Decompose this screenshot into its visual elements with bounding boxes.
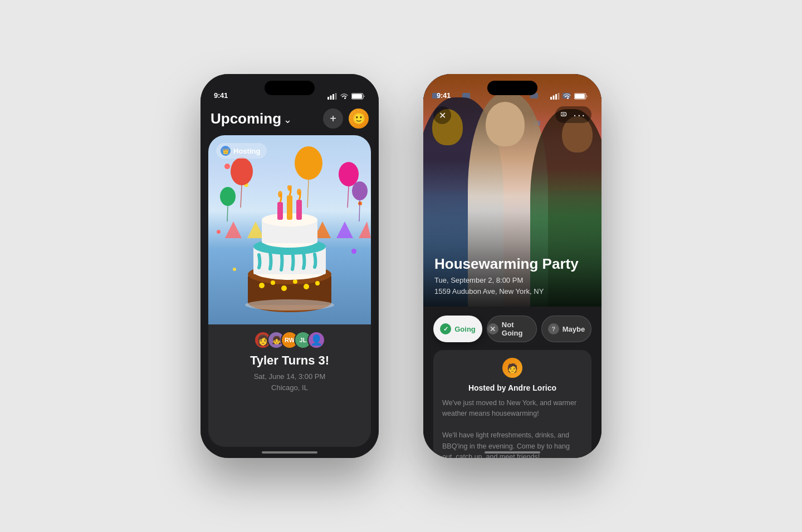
hero-event-title: Housewarming Party bbox=[434, 255, 590, 273]
svg-rect-52 bbox=[563, 114, 565, 115]
attendee-avatar: 👤 bbox=[307, 331, 325, 349]
check-icon: ✓ bbox=[440, 323, 451, 334]
svg-point-27 bbox=[271, 280, 275, 285]
not-going-button[interactable]: ✕ Not Going bbox=[487, 316, 537, 342]
svg-rect-38 bbox=[277, 202, 283, 220]
svg-point-12 bbox=[220, 187, 236, 206]
svg-rect-0 bbox=[327, 97, 329, 100]
not-going-label: Not Going bbox=[502, 321, 536, 337]
signal-icon bbox=[327, 93, 337, 100]
svg-point-31 bbox=[315, 281, 320, 285]
options-icon: ··· bbox=[573, 109, 586, 120]
profile-avatar[interactable]: 🙂 bbox=[349, 109, 369, 129]
event-hero-info: Housewarming Party Tue, September 2, 8:0… bbox=[434, 255, 590, 297]
add-button[interactable]: + bbox=[323, 109, 343, 129]
svg-rect-47 bbox=[555, 94, 557, 100]
app-header: Upcoming ⌄ + 🙂 bbox=[200, 103, 379, 134]
dynamic-island-1 bbox=[265, 81, 315, 95]
going-label: Going bbox=[454, 325, 476, 333]
event-location: Chicago, IL bbox=[219, 382, 360, 393]
host-name: Hosted by Andre Lorico bbox=[468, 383, 556, 392]
svg-line-11 bbox=[348, 186, 349, 208]
event-info: Tyler Turns 3! Sat, June 14, 3:00 PM Chi… bbox=[208, 353, 371, 404]
svg-rect-46 bbox=[553, 96, 555, 100]
svg-line-13 bbox=[227, 206, 228, 221]
event-title: Tyler Turns 3! bbox=[219, 353, 360, 368]
share-icon bbox=[561, 111, 570, 118]
svg-point-44 bbox=[245, 299, 334, 311]
svg-point-43 bbox=[297, 189, 301, 195]
home-indicator-1 bbox=[262, 451, 317, 454]
phone-1: 9:41 bbox=[200, 74, 379, 458]
host-description: We've just moved to New York, and warmer… bbox=[442, 398, 583, 458]
upcoming-title: Upcoming bbox=[211, 110, 281, 127]
svg-point-8 bbox=[295, 146, 322, 180]
going-button[interactable]: ✓ Going bbox=[433, 316, 482, 342]
chevron-down-icon: ⌄ bbox=[283, 114, 292, 126]
svg-rect-5 bbox=[352, 94, 362, 98]
hosting-badge: 👑 Hosting bbox=[216, 143, 267, 159]
svg-rect-50 bbox=[575, 94, 585, 98]
host-header: 🧑 Hosted by Andre Lorico bbox=[442, 358, 583, 392]
svg-rect-40 bbox=[287, 195, 292, 220]
rsvp-buttons: ✓ Going ✕ Not Going ? Maybe bbox=[433, 316, 591, 342]
status-icons-2 bbox=[550, 93, 588, 100]
share-button[interactable]: ··· bbox=[555, 106, 591, 123]
header-title[interactable]: Upcoming ⌄ bbox=[211, 110, 292, 127]
home-indicator-2 bbox=[485, 451, 540, 454]
close-button[interactable]: ✕ bbox=[433, 106, 451, 124]
x-icon: ✕ bbox=[487, 323, 498, 334]
host-avatar: 🧑 bbox=[502, 358, 522, 378]
close-icon: ✕ bbox=[439, 110, 446, 121]
signal-icon-2 bbox=[550, 93, 560, 100]
svg-rect-3 bbox=[335, 93, 337, 100]
svg-point-39 bbox=[278, 191, 282, 198]
svg-rect-2 bbox=[332, 94, 334, 100]
attendees-row: 👩 👧 RW JL 👤 bbox=[208, 324, 371, 353]
question-icon: ? bbox=[548, 323, 559, 334]
status-icons-1 bbox=[327, 93, 365, 100]
svg-point-6 bbox=[231, 157, 253, 185]
svg-rect-1 bbox=[330, 96, 332, 100]
wifi-icon-2 bbox=[563, 93, 571, 100]
event-card[interactable]: 👑 Hosting 👩 👧 RW JL 👤 Tyler Turns 3! Sat… bbox=[208, 135, 371, 447]
dynamic-island-2 bbox=[487, 81, 537, 95]
event-card-image: 👑 Hosting bbox=[208, 135, 371, 324]
status-time-2: 9:41 bbox=[437, 91, 451, 100]
svg-point-10 bbox=[339, 162, 359, 186]
host-card: 🧑 Hosted by Andre Lorico We've just move… bbox=[433, 350, 591, 458]
hero-event-date: Tue, September 2, 8:00 PM bbox=[434, 275, 590, 286]
status-time-1: 9:41 bbox=[214, 91, 228, 100]
svg-point-29 bbox=[293, 279, 297, 284]
wifi-icon bbox=[340, 93, 349, 100]
svg-point-26 bbox=[259, 283, 265, 288]
svg-rect-42 bbox=[296, 200, 302, 220]
crown-icon: 👑 bbox=[221, 146, 231, 156]
svg-marker-22 bbox=[359, 221, 371, 238]
hero-event-address: 1559 Audubon Ave, New York, NY bbox=[434, 286, 590, 297]
svg-rect-45 bbox=[550, 97, 552, 100]
svg-rect-48 bbox=[558, 93, 560, 100]
svg-point-14 bbox=[352, 181, 368, 200]
rsvp-section: ✓ Going ✕ Not Going ? Maybe 🧑 Hosted by … bbox=[423, 307, 602, 458]
hosting-label: Hosting bbox=[233, 147, 260, 155]
maybe-button[interactable]: ? Maybe bbox=[541, 316, 591, 342]
battery-icon-2 bbox=[574, 93, 588, 100]
attendee-avatars: 👩 👧 RW JL 👤 bbox=[254, 331, 325, 349]
cake-illustration bbox=[234, 185, 345, 324]
svg-point-30 bbox=[304, 284, 309, 289]
header-actions: + 🙂 bbox=[323, 109, 369, 129]
phone-2: 9:41 bbox=[423, 74, 602, 458]
battery-icon bbox=[351, 93, 365, 100]
svg-line-15 bbox=[359, 200, 360, 221]
maybe-label: Maybe bbox=[563, 325, 585, 333]
svg-point-28 bbox=[281, 285, 287, 291]
event-date: Sat, June 14, 3:00 PM bbox=[219, 371, 360, 382]
